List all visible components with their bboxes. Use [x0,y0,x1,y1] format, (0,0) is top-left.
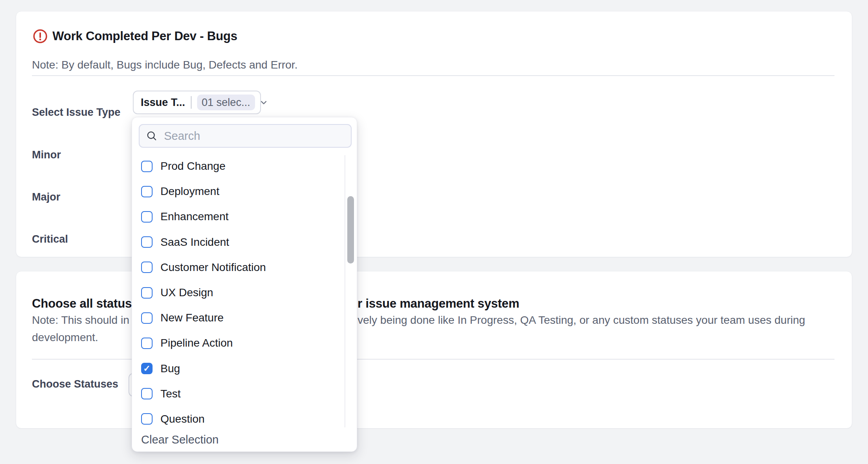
card-note: Note: By default, Bugs include Bug, Defe… [32,59,298,71]
checkbox[interactable] [141,338,153,349]
label-select-issue-type: Select Issue Type [32,106,121,119]
trigger-separator [191,96,192,109]
issue-type-trigger-label: Issue T... [141,97,185,109]
alert-circle-icon [33,29,48,44]
checkbox[interactable] [141,312,153,324]
item-label: Question [160,413,205,425]
card2-heading-right: r issue management system [358,297,519,311]
list-item[interactable]: UX Design [132,280,345,305]
divider [32,75,834,76]
item-label: Deployment [160,185,219,198]
label-critical: Critical [32,233,68,245]
scrollbar-thumb[interactable] [347,196,354,264]
list-item[interactable]: Question [132,406,345,427]
list-item[interactable]: Customer Notification [132,255,345,280]
dropdown-search-box [139,124,352,148]
clear-selection-button[interactable]: Clear Selection [141,433,219,446]
list-item[interactable]: Deployment [132,179,345,204]
checkbox[interactable] [141,413,153,425]
item-label: New Feature [160,312,224,324]
checkbox[interactable] [141,211,153,223]
dropdown-footer: Clear Selection [132,427,357,452]
item-label: Customer Notification [160,261,266,274]
label-major: Major [32,191,60,203]
checkbox[interactable] [141,363,153,374]
issue-type-dropdown-panel: Prod Change Deployment Enhancement SaaS … [132,117,357,452]
item-label: Enhancement [160,210,229,223]
item-label: Prod Change [160,160,225,173]
issue-type-select-trigger[interactable]: Issue T... 01 selec... [133,91,261,114]
list-item[interactable]: Prod Change [132,155,345,179]
card2-note-line2: development. [32,331,98,344]
checkbox[interactable] [141,161,153,172]
search-icon [146,130,158,142]
list-item[interactable]: New Feature [132,305,345,330]
dropdown-list: Prod Change Deployment Enhancement SaaS … [132,155,345,427]
checkbox[interactable] [141,262,153,273]
list-item[interactable]: Enhancement [132,204,345,229]
checkbox[interactable] [141,236,153,248]
list-item[interactable]: Test [132,381,345,406]
card2-heading-left: Choose all status [32,297,132,311]
selected-count-badge: 01 selec... [197,95,255,110]
label-choose-statuses: Choose Statuses [32,378,118,390]
card2-note-left: Note: This should in [32,314,129,327]
item-label: Pipeline Action [160,337,233,349]
chevron-down-icon [258,97,269,108]
item-label: SaaS Incident [160,236,229,249]
item-label: Bug [160,362,180,375]
item-label: UX Design [160,286,213,299]
search-input[interactable] [163,129,345,143]
checkbox[interactable] [141,388,153,399]
list-item[interactable]: Pipeline Action [132,330,345,356]
checkbox[interactable] [141,186,153,197]
card-title: Work Completed Per Dev - Bugs [52,29,237,43]
list-item[interactable]: SaaS Incident [132,230,345,255]
card2-note-right: vely being done like In Progress, QA Tes… [358,314,805,327]
checkbox[interactable] [141,287,153,299]
item-label: Test [160,388,181,400]
list-item[interactable]: Bug [132,356,345,381]
label-minor: Minor [32,149,61,161]
card-header: Work Completed Per Dev - Bugs [33,29,237,44]
